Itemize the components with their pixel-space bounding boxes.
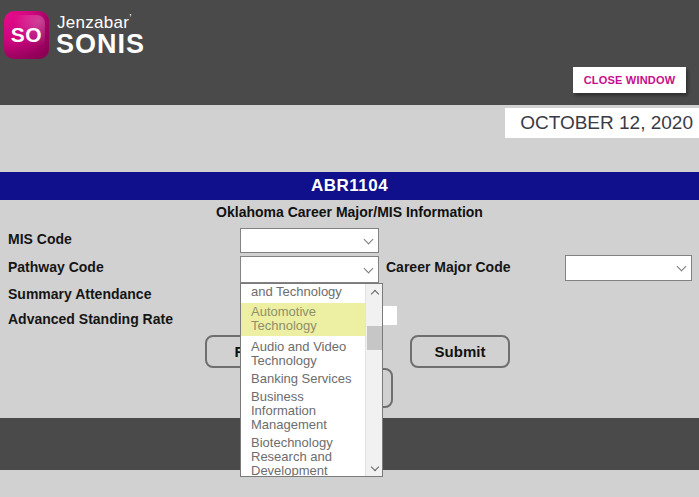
submit-button[interactable]: Submit	[410, 335, 510, 368]
dropdown-option[interactable]: Power, Structures and Technology	[241, 284, 365, 299]
scrollbar-down-arrow-icon[interactable]	[366, 460, 383, 476]
summary-attendance-label: Summary Attendance	[8, 286, 151, 302]
dropdown-option[interactable]: Biotechnology Research and Development	[241, 436, 365, 476]
pathway-code-dropdown-list: Power, Structures and TechnologyAutomoti…	[240, 283, 383, 477]
chevron-down-icon[interactable]	[672, 256, 691, 280]
mis-code-select[interactable]	[240, 228, 379, 253]
dropdown-scrollbar[interactable]	[365, 284, 382, 476]
dropdown-options-container: Power, Structures and TechnologyAutomoti…	[241, 284, 365, 476]
brand-sonis-text: SONIS	[56, 29, 145, 60]
chevron-down-icon[interactable]	[359, 257, 378, 282]
dropdown-option[interactable]: Banking Services	[241, 372, 365, 386]
pathway-code-label: Pathway Code	[8, 259, 104, 275]
sonis-logo-icon: SO	[4, 11, 49, 59]
scrollbar-up-arrow-icon[interactable]	[366, 284, 383, 300]
page: SO Jenzabar SONIS CLOSE WINDOW OCTOBER 1…	[0, 0, 699, 497]
advanced-standing-rate-label: Advanced Standing Rate	[8, 311, 173, 327]
dropdown-option[interactable]: Business Information Management	[241, 390, 365, 432]
course-code-banner: ABR1104	[0, 172, 699, 200]
page-title: Oklahoma Career Major/MIS Information	[0, 204, 699, 220]
dropdown-option[interactable]: Audio and Video Technology	[241, 340, 365, 368]
close-window-button-top[interactable]: CLOSE WINDOW	[573, 67, 686, 93]
career-major-code-select[interactable]	[565, 255, 692, 281]
mis-code-label: MIS Code	[8, 231, 72, 247]
date-banner: OCTOBER 12, 2020	[505, 108, 699, 138]
scrollbar-thumb[interactable]	[367, 326, 382, 350]
top-header-bar: SO Jenzabar SONIS CLOSE WINDOW	[0, 0, 699, 105]
career-major-code-label: Career Major Code	[386, 259, 510, 275]
chevron-down-icon[interactable]	[359, 229, 378, 252]
dropdown-option[interactable]: Automotive Technology	[241, 303, 365, 336]
pathway-code-select[interactable]	[240, 256, 379, 283]
logo-monogram: SO	[11, 23, 42, 47]
